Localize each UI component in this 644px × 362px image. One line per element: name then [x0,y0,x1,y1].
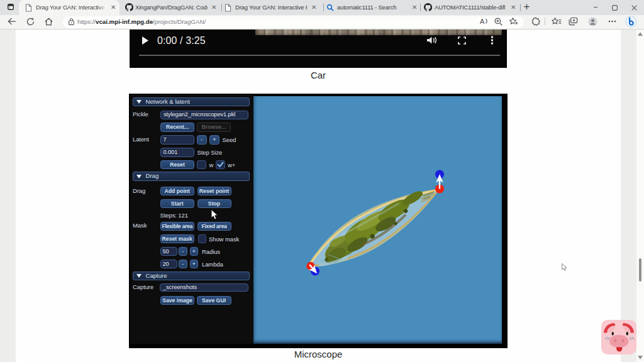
svg-text:A: A [480,18,485,25]
